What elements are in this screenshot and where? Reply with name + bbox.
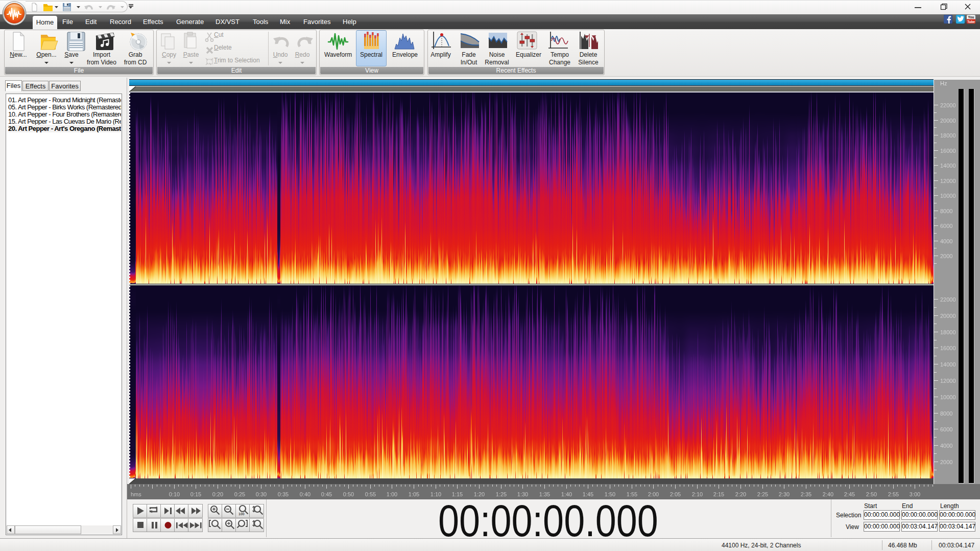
svg-text:You: You — [968, 15, 974, 19]
svg-text:100: 100 — [238, 512, 245, 516]
svg-text:Tube: Tube — [967, 20, 975, 24]
